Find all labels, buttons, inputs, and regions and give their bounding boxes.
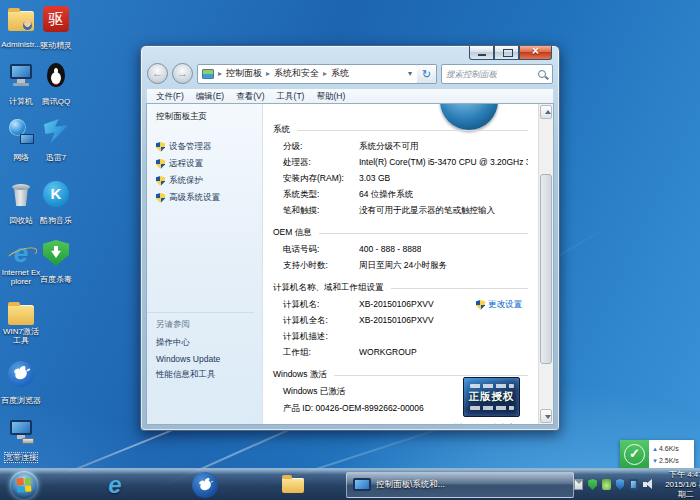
desktop-icon-recycle-bin[interactable]: 回收站: [1, 181, 41, 227]
upload-speed: 4.6K/s: [659, 445, 679, 452]
taskbar-baidu-browser-icon[interactable]: [192, 472, 218, 498]
desktop: Administr... 计算机 网络 回收站 e Internet Explo…: [0, 0, 700, 500]
menu-edit[interactable]: 编辑(E): [191, 90, 229, 104]
clock-date: 2015/1/6 星期二: [663, 480, 700, 500]
desktop-icon-driver-genius[interactable]: 驱动精灵: [36, 6, 76, 52]
sidebar-item-remote-settings[interactable]: 远程设置: [156, 158, 262, 170]
taskbar-explorer-icon[interactable]: [280, 472, 306, 498]
uac-shield-icon: [156, 176, 165, 186]
sidebar-item-advanced-settings[interactable]: 高级系统设置: [156, 192, 262, 204]
field-label: 工作组:: [283, 347, 359, 359]
section-title: OEM 信息: [273, 227, 312, 239]
search-icon[interactable]: [538, 70, 546, 78]
sidebar-item-label: 系统保护: [169, 175, 203, 187]
full-name-value: XB-20150106PXVV: [359, 315, 434, 327]
volume-icon[interactable]: [643, 479, 652, 490]
scroll-down-icon[interactable]: [540, 409, 552, 423]
field-label: 分级:: [283, 141, 359, 153]
sidebar: 控制面板主页 设备管理器 远程设置 系统保护 高级系统设置: [147, 104, 263, 424]
sidebar-item-label: 远程设置: [169, 158, 203, 170]
sidebar-item-performance-tools[interactable]: 性能信息和工具: [156, 369, 254, 381]
ie-icon: e: [8, 240, 34, 266]
sidebar-item-windows-update[interactable]: Windows Update: [156, 354, 254, 364]
menu-view[interactable]: 查看(V): [231, 90, 269, 104]
control-panel-icon: [202, 69, 214, 79]
desktop-icon-label: 迅雷7: [46, 153, 66, 162]
uac-shield-icon: [156, 159, 165, 169]
sidebar-item-device-manager[interactable]: 设备管理器: [156, 141, 262, 153]
close-button[interactable]: [519, 46, 552, 60]
desktop-icon-win7-activator[interactable]: WIN7激活工具: [1, 300, 41, 347]
desktop-icon-label: 网络: [13, 153, 29, 162]
net-speed-panel: ▲4.6K/s ▼2.5K/s: [649, 440, 694, 469]
refresh-icon[interactable]: ↻: [417, 64, 437, 84]
title-bar[interactable]: [141, 46, 559, 61]
section-title: 系统: [273, 124, 290, 136]
start-button[interactable]: [10, 471, 38, 499]
network-tray-icon[interactable]: [629, 479, 638, 490]
qq-icon: [43, 62, 69, 88]
desktop-icon-network[interactable]: 网络: [1, 118, 41, 164]
sidebar-item-control-panel-home[interactable]: 控制面板主页: [156, 111, 262, 123]
computer-name-value: XB-20150106PXVV: [359, 299, 434, 311]
genuine-badge[interactable]: 正版授权: [463, 377, 520, 417]
desktop-icon-baidu-antivirus[interactable]: 百度杀毒: [36, 240, 76, 286]
desktop-icon-qq[interactable]: 腾讯QQ: [36, 62, 76, 108]
menu-tools[interactable]: 工具(T): [272, 90, 310, 104]
search-box[interactable]: [441, 64, 553, 84]
address-bar[interactable]: 控制面板 系统和安全 系统 ▾: [197, 64, 418, 84]
desktop-icon-label: WIN7激活工具: [1, 327, 41, 345]
download-speed: 2.5K/s: [659, 457, 679, 464]
taskbar-task-control-panel[interactable]: 控制面板\系统和...: [346, 472, 574, 498]
message-icon[interactable]: [574, 479, 583, 490]
breadcrumb-system[interactable]: 系统: [321, 67, 351, 80]
taskbar-clock[interactable]: 下午 4:47 2015/1/6 星期二: [657, 470, 700, 500]
field-label: 计算机描述:: [283, 331, 359, 343]
net-speed-widget[interactable]: ▲4.6K/s ▼2.5K/s: [620, 440, 694, 469]
back-button[interactable]: ←: [147, 63, 168, 84]
taskbar-ie-icon[interactable]: [102, 472, 128, 498]
learn-more-link[interactable]: 联机了解更多内容...: [451, 422, 522, 424]
minimize-button[interactable]: [469, 46, 494, 60]
security-check-icon[interactable]: [620, 440, 649, 469]
xunlei-icon: [43, 118, 69, 144]
rating-link[interactable]: 系统分级不可用: [359, 141, 419, 153]
folder-icon: [8, 305, 34, 325]
section-title: Windows 激活: [273, 369, 327, 381]
uac-shield-icon: [156, 142, 165, 152]
sidebar-item-system-protection[interactable]: 系统保护: [156, 175, 262, 187]
workgroup-value: WORKGROUP: [359, 347, 417, 359]
desktop-icon-label: 宽带连接: [5, 453, 37, 462]
menu-file[interactable]: 文件(F): [151, 90, 189, 104]
menu-help[interactable]: 帮助(H): [311, 90, 350, 104]
qq-shield-icon[interactable]: [616, 479, 625, 490]
section-activation: Windows 激活 Windows 已激活 产品 ID: 00426-OEM-…: [273, 369, 528, 415]
desktop-icon-xunlei[interactable]: 迅雷7: [36, 118, 76, 164]
desktop-icon-broadband[interactable]: 宽带连接: [1, 418, 41, 464]
recycle-bin-icon: [8, 181, 34, 207]
forward-button[interactable]: →: [172, 63, 193, 84]
desktop-icon-kugou[interactable]: 酷狗音乐: [36, 181, 76, 227]
plugin-icon[interactable]: [602, 479, 611, 490]
vertical-scrollbar[interactable]: [538, 104, 553, 424]
see-also-panel: 另请参阅 操作中心 Windows Update 性能信息和工具: [147, 312, 254, 386]
antivirus-shield-icon[interactable]: [588, 479, 597, 490]
desktop-icon-internet-explorer[interactable]: e Internet Explorer: [1, 240, 41, 288]
scroll-up-icon[interactable]: [540, 105, 552, 119]
field-label: 笔和触摸:: [283, 205, 359, 217]
desktop-icon-computer[interactable]: 计算机: [1, 62, 41, 108]
baidu-browser-icon: [8, 361, 34, 387]
address-dropdown-icon[interactable]: ▾: [405, 69, 415, 78]
uac-shield-icon: [476, 300, 485, 310]
breadcrumb-system-security[interactable]: 系统和安全: [264, 67, 321, 80]
field-label: 计算机名:: [283, 299, 359, 311]
scrollbar-thumb[interactable]: [540, 174, 552, 364]
sidebar-item-action-center[interactable]: 操作中心: [156, 337, 254, 349]
maximize-button[interactable]: [494, 46, 519, 60]
change-settings-link[interactable]: 更改设置: [476, 299, 522, 311]
search-input[interactable]: [442, 69, 538, 79]
breadcrumb-control-panel[interactable]: 控制面板: [216, 67, 264, 80]
desktop-icon-baidu-browser[interactable]: 百度浏览器: [1, 361, 41, 407]
sidebar-item-label: 设备管理器: [169, 141, 212, 153]
desktop-icon-administrator[interactable]: Administr...: [1, 6, 41, 51]
